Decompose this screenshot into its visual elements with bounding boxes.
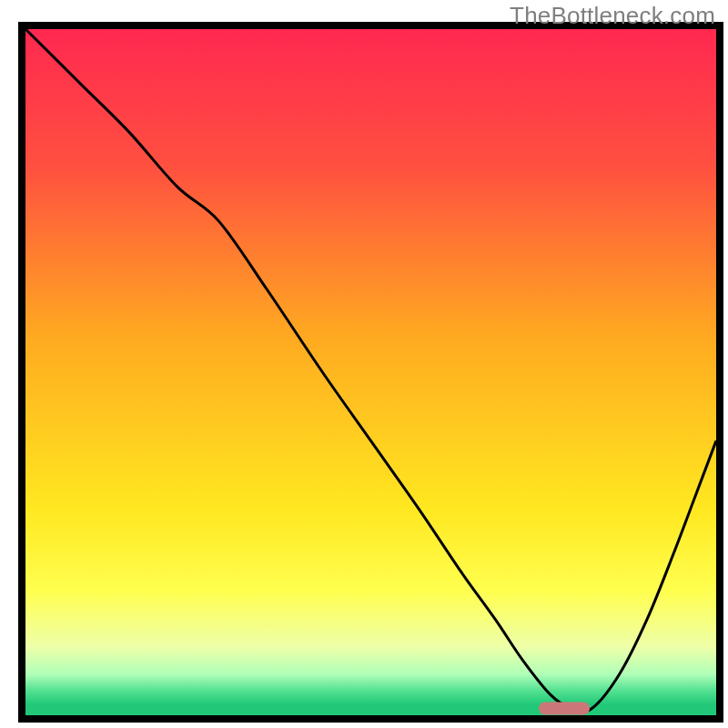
bottleneck-chart [0, 0, 728, 728]
highlight-marker [539, 702, 590, 714]
watermark-text: TheBottleneck.com [510, 2, 715, 30]
chart-container: TheBottleneck.com [0, 0, 728, 728]
